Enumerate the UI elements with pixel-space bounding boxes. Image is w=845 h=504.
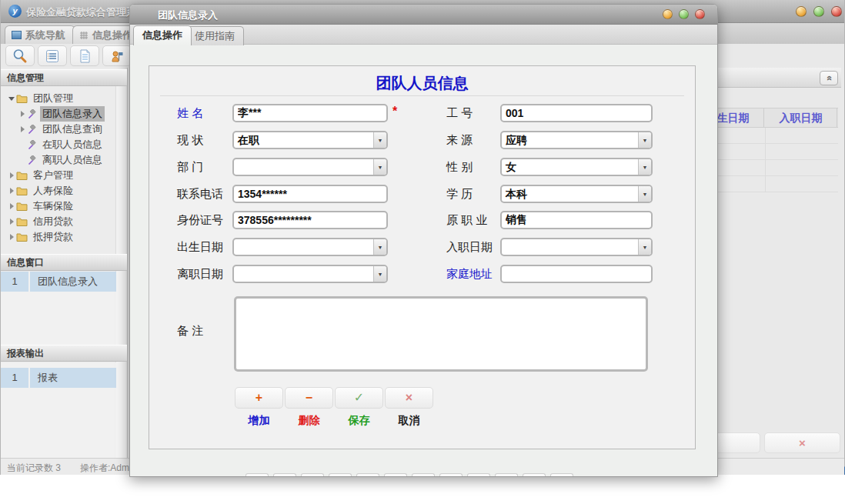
expand-arrow-icon[interactable] xyxy=(18,126,27,132)
select-value: 本科 xyxy=(506,187,527,202)
dropdown-arrow-icon[interactable]: ▼ xyxy=(373,266,386,282)
pager-button[interactable] xyxy=(273,473,296,477)
pager-button[interactable] xyxy=(245,473,269,477)
expand-arrow-icon[interactable] xyxy=(7,219,16,225)
field-label-leave-date: 离职日期 xyxy=(177,265,223,283)
tree-item-customer-management[interactable]: 客户管理 xyxy=(1,168,116,183)
delete-button[interactable]: − xyxy=(285,387,333,409)
folder-icon xyxy=(16,186,28,195)
info-window-item[interactable]: 1 团队信息录入 xyxy=(1,272,116,292)
expand-arrow-icon[interactable] xyxy=(18,111,27,117)
education-select[interactable]: 本科▼ xyxy=(500,185,653,203)
pager-button[interactable] xyxy=(356,473,379,477)
field-label-id-number: 身份证号 xyxy=(177,211,223,229)
expand-arrow-icon[interactable] xyxy=(7,234,16,240)
dropdown-arrow-icon[interactable]: ▼ xyxy=(373,239,386,255)
report-item[interactable]: 1 报表 xyxy=(1,368,116,388)
gender-select[interactable]: 女▼ xyxy=(500,158,653,176)
pager-button[interactable] xyxy=(550,473,573,477)
add-button-label: 增加 xyxy=(235,414,283,428)
report-list: 1 报表 xyxy=(1,362,116,458)
home-address-input[interactable] xyxy=(502,266,651,282)
column-header-hire-date[interactable]: 入职日期 xyxy=(765,108,837,127)
dialog-maximize-button[interactable] xyxy=(679,9,689,19)
source-select[interactable]: 应聘▼ xyxy=(500,131,653,149)
dropdown-arrow-icon[interactable]: ▼ xyxy=(373,159,386,175)
tree-item-team-info-query[interactable]: 团队信息查询 xyxy=(1,122,116,137)
form-row: 身份证号 原 职 业 xyxy=(149,211,695,229)
collapse-panel-button[interactable]: « xyxy=(820,71,838,85)
search-button[interactable] xyxy=(5,45,35,66)
expand-arrow-icon[interactable] xyxy=(7,97,16,101)
id-number-input-wrap xyxy=(232,211,388,229)
tool-icon xyxy=(27,140,37,150)
dialog-minimize-button[interactable] xyxy=(663,9,673,19)
pager-button[interactable] xyxy=(467,473,490,477)
tree-item-former-staff[interactable]: 离职人员信息 xyxy=(1,152,116,168)
pager-button[interactable] xyxy=(329,473,352,477)
tree-item-label: 团队管理 xyxy=(31,91,75,106)
expand-arrow-icon[interactable] xyxy=(7,188,16,194)
field-label-gender: 性 别 xyxy=(446,158,473,176)
folder-icon xyxy=(16,202,28,211)
dialog-close-button[interactable] xyxy=(695,9,705,19)
dropdown-arrow-icon[interactable]: ▼ xyxy=(638,132,651,148)
document-button[interactable] xyxy=(70,45,99,66)
info-window-list: 1 团队信息录入 xyxy=(1,272,116,345)
pager-button[interactable] xyxy=(495,473,518,477)
tree-item-vehicle-insurance[interactable]: 车辆保险 xyxy=(1,199,116,214)
close-button[interactable] xyxy=(831,6,842,17)
cancel-button[interactable]: × xyxy=(385,387,433,409)
pager-button[interactable] xyxy=(412,473,435,477)
tree-item-mortgage-loan[interactable]: 抵押贷款 xyxy=(1,229,116,245)
dropdown-arrow-icon[interactable]: ▼ xyxy=(638,159,651,175)
tree-item-label: 客户管理 xyxy=(31,168,75,183)
section-header-info-management: 信息管理 xyxy=(1,69,127,86)
status-select[interactable]: 在职▼ xyxy=(232,131,388,149)
tree-item-label: 团队信息查询 xyxy=(40,122,105,137)
dropdown-arrow-icon[interactable]: ▼ xyxy=(638,239,651,255)
add-button[interactable]: + xyxy=(235,387,283,409)
expand-arrow-icon[interactable] xyxy=(7,203,16,209)
dialog-titlebar[interactable]: 团队信息录入 xyxy=(130,5,717,25)
pager-button[interactable] xyxy=(523,473,546,477)
x-icon: × xyxy=(406,391,412,404)
document-icon xyxy=(76,48,93,65)
dropdown-arrow-icon[interactable]: ▼ xyxy=(373,132,386,148)
pager-button[interactable] xyxy=(384,473,407,477)
sidebar-scrollbar[interactable] xyxy=(115,86,126,458)
tab-user-guide[interactable]: 使用指南 xyxy=(185,26,244,45)
dropdown-arrow-icon[interactable]: ▼ xyxy=(638,186,651,202)
list-view-button[interactable] xyxy=(38,45,67,66)
tab-info-operation-active[interactable]: 信息操作 xyxy=(133,25,192,45)
home-address-input-wrap xyxy=(500,265,653,283)
hire-date-select[interactable]: ▼ xyxy=(500,238,653,256)
maximize-button[interactable] xyxy=(813,6,824,17)
former-occupation-input[interactable] xyxy=(502,212,651,228)
form-title: 团队人员信息 xyxy=(149,73,695,94)
name-input[interactable] xyxy=(234,105,386,121)
tree-item-active-staff[interactable]: 在职人员信息 xyxy=(1,137,116,152)
save-button[interactable]: ✓ xyxy=(335,387,383,409)
tree-item-team-management[interactable]: 团队管理 xyxy=(1,91,116,106)
pager-button[interactable] xyxy=(439,473,463,477)
tree-item-life-insurance[interactable]: 人寿保险 xyxy=(1,183,116,199)
employee-id-input[interactable] xyxy=(502,105,651,121)
expand-arrow-icon[interactable] xyxy=(7,172,16,179)
department-select[interactable]: ▼ xyxy=(232,158,388,176)
field-label-education: 学 历 xyxy=(446,185,473,203)
tree-item-credit-loan[interactable]: 信用贷款 xyxy=(1,214,116,229)
note-textarea[interactable] xyxy=(236,299,646,369)
phone-input[interactable] xyxy=(234,186,386,202)
id-number-input[interactable] xyxy=(234,212,386,228)
tree-item-team-info-entry[interactable]: 团队信息录入 xyxy=(1,106,116,122)
cancel-button-label: 取消 xyxy=(385,414,433,428)
minimize-button[interactable] xyxy=(796,6,807,17)
tab-system-nav[interactable]: 系统导航 xyxy=(5,25,75,44)
pager-button[interactable] xyxy=(301,473,324,477)
birth-date-select[interactable]: ▼ xyxy=(232,238,388,256)
tree-item-label: 信用贷款 xyxy=(31,214,75,229)
background-cancel-button[interactable]: × xyxy=(764,432,840,453)
person-button[interactable] xyxy=(102,45,132,66)
leave-date-select[interactable]: ▼ xyxy=(232,265,388,283)
